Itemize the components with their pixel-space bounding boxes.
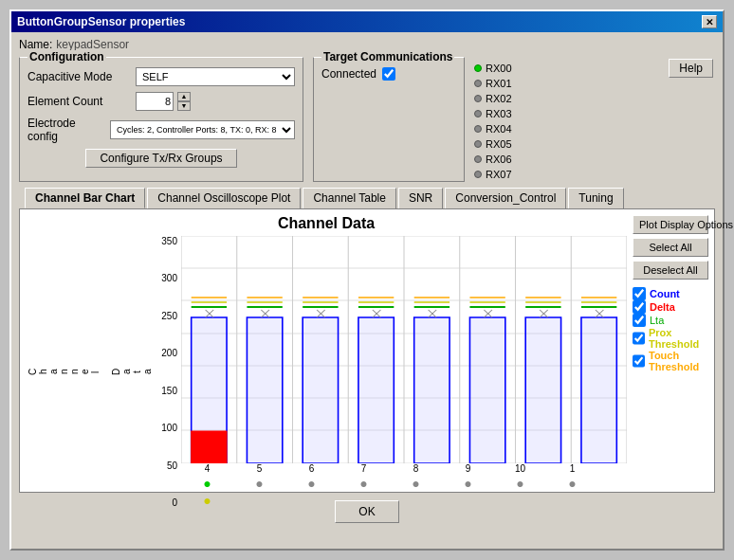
name-label: Name:	[19, 38, 52, 51]
ch9-count-bar	[469, 317, 505, 463]
legend-lta-checkbox[interactable]	[633, 314, 646, 327]
tabs-bar: Channel Bar Chart Channel Oscilloscope P…	[19, 188, 715, 208]
configure-txrx-button[interactable]: Configure Tx/Rx Groups	[85, 149, 236, 168]
chart-title: Channel Data	[278, 215, 375, 232]
select-all-button[interactable]: Select All	[633, 238, 708, 257]
configuration-group: Configuration Capacitive Mode SELF Eleme…	[19, 57, 303, 182]
chart-container: Channel Data ChannelData 350 300 250 200…	[26, 215, 627, 486]
connected-label: Connected	[321, 67, 376, 81]
rx-item-4: RX04	[474, 121, 512, 136]
rx07-led	[474, 171, 482, 178]
tab-conversion-control[interactable]: Conversion_Control	[445, 188, 566, 208]
legend-lta-label: Lta	[650, 315, 664, 326]
help-button[interactable]: Help	[669, 59, 713, 78]
ch8-count-bar	[414, 317, 450, 463]
target-communications-group: Target Communications Connected	[313, 57, 465, 182]
legend-lta: Lta	[633, 314, 708, 327]
x-axis-labels: 4 5 6 7 8 9 10 1	[181, 463, 627, 474]
rx-channels-list: RX00 RX01 RX02 RX03 RX04	[474, 61, 512, 182]
target-comm-title: Target Communications	[321, 50, 454, 63]
rx-item-5: RX05	[474, 136, 512, 152]
capacitive-mode-row: Capacitive Mode SELF	[28, 67, 295, 86]
electrode-config-row: Electrode config Cycles: 2, Controller P…	[28, 117, 295, 143]
channel-indicators: ● ● ● ● ●	[181, 474, 627, 508]
legend-delta-label: Delta	[650, 301, 675, 313]
connected-row: Connected	[321, 67, 456, 81]
panels-row: Configuration Capacitive Mode SELF Eleme…	[19, 57, 715, 182]
element-count-row: Element Count ▲ ▼	[28, 92, 295, 111]
ch7-count-bar	[358, 317, 394, 463]
name-value: keypadSensor	[56, 38, 129, 51]
legend-delta: Delta	[633, 300, 708, 314]
rx06-led	[474, 155, 482, 163]
capacitive-mode-select[interactable]: SELF	[136, 67, 295, 86]
ch6-count-bar	[303, 317, 338, 463]
legend-prox-checkbox[interactable]	[633, 332, 645, 345]
element-count-down[interactable]: ▼	[177, 101, 191, 111]
rx06-label: RX06	[486, 152, 512, 167]
rx02-label: RX02	[486, 91, 512, 106]
rx03-label: RX03	[486, 106, 512, 121]
rx00-led	[474, 64, 482, 72]
rx-item-1: RX01	[474, 76, 512, 91]
tab-tuning[interactable]: Tuning	[568, 188, 623, 208]
rx04-label: RX04	[486, 121, 512, 136]
ch10-count-bar	[525, 317, 560, 463]
chart-area: Channel Data ChannelData 350 300 250 200…	[19, 208, 715, 493]
chart-inner: ChannelData 350 300 250 200 150 100 50 0	[26, 236, 627, 508]
configuration-title: Configuration	[28, 50, 106, 63]
tab-snr[interactable]: SNR	[398, 188, 443, 208]
rx02-led	[474, 95, 482, 102]
chart-panel: Plot Display Options Select All Deselect…	[633, 215, 708, 486]
legend-prox-label: Prox Threshold	[649, 327, 708, 350]
window-title: ButtonGroupSensor properties	[17, 15, 185, 28]
connected-checkbox[interactable]	[382, 67, 395, 81]
rx00-label: RX00	[486, 61, 512, 76]
element-count-spinners: ▲ ▼	[177, 92, 191, 111]
deselect-all-button[interactable]: Deselect All	[633, 261, 708, 280]
close-button[interactable]: ✕	[702, 15, 717, 28]
legend-delta-checkbox[interactable]	[633, 300, 646, 314]
rx-item-7: RX07	[474, 167, 512, 182]
ch5-count-bar	[247, 317, 282, 463]
tab-channel-oscilloscope[interactable]: Channel Oscilloscope Plot	[147, 188, 301, 208]
y-axis-labels: 350 300 250 200 150 100 50 0	[153, 236, 181, 508]
tab-channel-bar-chart[interactable]: Channel Bar Chart	[25, 188, 145, 208]
rx01-label: RX01	[486, 76, 512, 91]
legend-prox: Prox Threshold	[633, 327, 708, 350]
rx-item-6: RX06	[474, 152, 512, 167]
legend-count-checkbox[interactable]	[633, 287, 646, 300]
element-count-input[interactable]	[136, 92, 174, 111]
rx-item-0: RX00	[474, 61, 512, 76]
ch1-count-bar	[581, 317, 616, 463]
rx01-led	[474, 80, 482, 87]
rx05-led	[474, 140, 482, 148]
electrode-config-select[interactable]: Cycles: 2, Controller Ports: 8, TX: 0, R…	[110, 120, 295, 139]
main-window: ButtonGroupSensor properties ✕ Name: key…	[9, 9, 725, 551]
rx05-label: RX05	[486, 136, 512, 152]
plot-display-options-button[interactable]: Plot Display Options	[633, 215, 708, 234]
tab-channel-table[interactable]: Channel Table	[303, 188, 396, 208]
rx07-label: RX07	[486, 167, 512, 182]
plot-area-wrapper: 4 5 6 7 8 9 10 1 ●	[181, 236, 627, 508]
title-bar: ButtonGroupSensor properties ✕	[11, 11, 723, 32]
name-row: Name: keypadSensor	[19, 38, 715, 51]
ch4-delta-bar	[192, 431, 227, 463]
rx-item-3: RX03	[474, 106, 512, 121]
legend-touch-checkbox[interactable]	[633, 354, 645, 368]
element-count-up[interactable]: ▲	[177, 92, 191, 101]
electrode-config-label: Electrode config	[28, 117, 106, 143]
capacitive-mode-label: Capacitive Mode	[28, 70, 132, 83]
rx03-led	[474, 110, 482, 117]
legend: Count Delta Lta Prox Threshold	[633, 287, 708, 372]
chart-svg	[181, 236, 627, 463]
rx-item-2: RX02	[474, 91, 512, 106]
legend-touch: Touch Threshold	[633, 350, 708, 372]
y-axis-side-label: ChannelData	[26, 236, 153, 508]
rx04-led	[474, 125, 482, 133]
legend-count-label: Count	[650, 288, 680, 299]
legend-count: Count	[633, 287, 708, 300]
legend-touch-label: Touch Threshold	[649, 350, 708, 372]
element-count-label: Element Count	[28, 95, 132, 108]
